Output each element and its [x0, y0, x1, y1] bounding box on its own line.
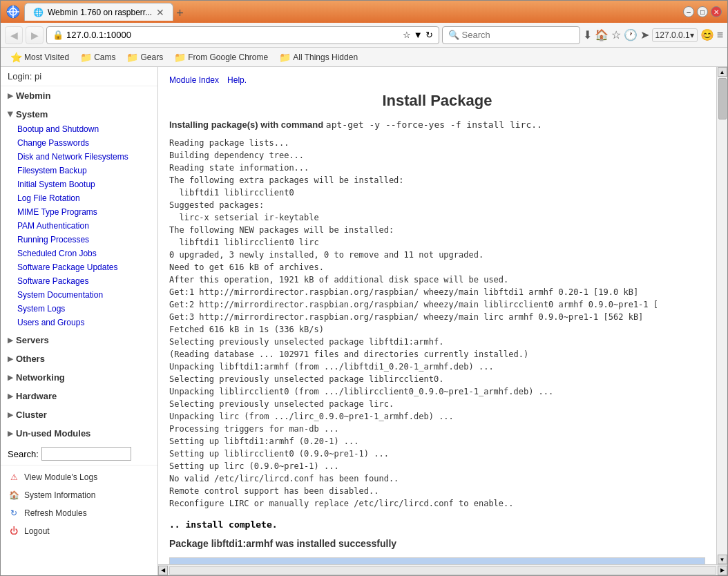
scroll-left-arrow[interactable]: ◀ [158, 566, 168, 575]
sidebar-group-webmin[interactable]: ▶ Webmin [1, 88, 157, 104]
sidebar-item-cron[interactable]: Scheduled Cron Jobs [1, 247, 157, 260]
most-visited-label: Most Visited [24, 52, 69, 62]
system-triangle-icon: ▶ [7, 112, 15, 117]
sidebar-group-cluster[interactable]: ▶ Cluster [1, 407, 157, 423]
hardware-triangle-icon: ▶ [8, 392, 13, 400]
tab-bar: 🌐 Webmin 1.760 on raspberr... ✕ + [24, 3, 683, 21]
most-visited-icon: ⭐ [10, 52, 22, 63]
bookmark-from-google-chrome[interactable]: 📁 From Google Chrome [170, 50, 272, 64]
scroll-down-arrow[interactable]: ▼ [718, 555, 727, 564]
active-tab[interactable]: 🌐 Webmin 1.760 on raspberr... ✕ [24, 3, 173, 21]
sidebar-item-bootup[interactable]: Bootup and Shutdown [1, 122, 157, 136]
scroll-right-arrow[interactable]: ▶ [718, 566, 727, 575]
horizontal-scrollbar[interactable]: ◀ ▶ [158, 564, 727, 575]
sidebar: Login: pi ▶ Webmin ▶ System Bootup and S… [1, 67, 158, 575]
cluster-label: Cluster [16, 410, 47, 420]
module-index-link[interactable]: Module Index [169, 75, 219, 85]
sidebar-item-software-packages[interactable]: Software Packages [1, 274, 157, 288]
bookmark-cams[interactable]: 📁 Cams [76, 50, 119, 64]
history-button[interactable]: 🕐 [624, 28, 638, 41]
new-tab-button[interactable]: + [176, 6, 184, 21]
sidebar-group-unused[interactable]: ▶ Un-used Modules [1, 425, 157, 441]
download-button[interactable]: ⬇ [583, 28, 592, 41]
content-wrapper: Module Index Help. Install Package Insta… [158, 67, 727, 575]
tab-close-button[interactable]: ✕ [156, 7, 164, 18]
view-logs-label: View Module's Logs [24, 472, 97, 482]
tab-title: Webmin 1.760 on raspberr... [48, 8, 152, 17]
navbar: ◀ ▶ 🔒 127.0.0.1:10000 ☆ ▼ ↻ 🔍 ⬇ 🏠 ☆ 🕐 ➤ … [1, 23, 727, 48]
others-triangle-icon: ▶ [8, 355, 13, 363]
sidebar-section-hardware: ▶ Hardware [1, 387, 157, 405]
sidebar-item-pam[interactable]: PAM Authentication [1, 219, 157, 233]
send-button[interactable]: ➤ [640, 28, 649, 41]
sidebar-item-disk-network[interactable]: Disk and Network Filesystems [1, 150, 157, 164]
sidebar-item-filesystem-backup[interactable]: Filesystem Backup [1, 164, 157, 177]
vertical-scrollbar[interactable]: ▲ ▼ [716, 67, 727, 564]
cams-icon: 📁 [80, 52, 92, 63]
sidebar-search-input[interactable] [41, 447, 131, 461]
forward-button[interactable]: ▶ [26, 26, 44, 44]
all-things-hidden-icon: 📁 [279, 52, 291, 63]
profile-button[interactable]: 😊 [700, 28, 714, 41]
sidebar-item-change-passwords[interactable]: Change Passwords [1, 136, 157, 150]
hardware-label: Hardware [16, 391, 57, 401]
sidebar-section-others: ▶ Others [1, 349, 157, 368]
command-prefix: Installing package(s) with command [169, 119, 323, 130]
sidebar-item-users-groups[interactable]: Users and Groups [1, 316, 157, 329]
networking-triangle-icon: ▶ [8, 374, 13, 381]
sidebar-item-software-updates[interactable]: Software Package Updates [1, 260, 157, 274]
scroll-up-arrow[interactable]: ▲ [718, 67, 727, 77]
help-link[interactable]: Help. [227, 75, 247, 85]
success-message: Package libftdi1:armhf was installed suc… [169, 538, 705, 549]
starred-button[interactable]: ☆ [611, 28, 621, 41]
bookmark-star-icon[interactable]: ☆ [403, 30, 411, 40]
minimize-button[interactable]: – [683, 6, 694, 17]
sidebar-search-area: Search: [1, 443, 157, 465]
bookmark-most-visited[interactable]: ⭐ Most Visited [6, 50, 73, 64]
system-info-action[interactable]: 🏠 System Information [1, 486, 157, 504]
sidebar-group-servers[interactable]: ▶ Servers [1, 332, 157, 348]
close-button[interactable]: ✕ [711, 6, 722, 17]
bookmark-all-things-hidden[interactable]: 📁 All Things Hidden [275, 50, 362, 64]
address-icons: ☆ ▼ ↻ [403, 30, 433, 40]
logout-label: Logout [24, 526, 50, 536]
search-bar: 🔍 [442, 26, 580, 44]
sidebar-item-log-file[interactable]: Log File Rotation [1, 191, 157, 205]
sidebar-item-system-logs[interactable]: System Logs [1, 302, 157, 316]
sidebar-section-unused: ▶ Un-used Modules [1, 424, 157, 443]
scroll-thumb[interactable] [718, 78, 727, 119]
search-input[interactable] [462, 30, 578, 40]
content-area: Module Index Help. Install Package Insta… [158, 67, 716, 564]
ip-display[interactable]: 127.0.0.1▾ [652, 28, 698, 42]
main-area: Login: pi ▶ Webmin ▶ System Bootup and S… [1, 67, 727, 575]
reload-button[interactable]: ↻ [425, 30, 433, 40]
menu-button[interactable]: ≡ [717, 29, 723, 41]
webmin-label: Webmin [16, 90, 50, 101]
sidebar-item-mime[interactable]: MIME Type Programs [1, 205, 157, 219]
home-button[interactable]: 🏠 [595, 28, 609, 41]
view-logs-action[interactable]: ⚠ View Module's Logs [1, 468, 157, 486]
sidebar-group-others[interactable]: ▶ Others [1, 351, 157, 367]
titlebar: 🌐 Webmin 1.760 on raspberr... ✕ + – □ ✕ [1, 1, 727, 23]
sidebar-group-system[interactable]: ▶ System [1, 106, 157, 122]
sidebar-group-hardware[interactable]: ▶ Hardware [1, 388, 157, 404]
sidebar-login: Login: pi [1, 67, 157, 86]
refresh-modules-action[interactable]: ↻ Refresh Modules [1, 504, 157, 522]
servers-label: Servers [16, 335, 49, 345]
sidebar-item-running-processes[interactable]: Running Processes [1, 233, 157, 247]
logout-action[interactable]: ⏻ Logout [1, 522, 157, 540]
cluster-triangle-icon: ▶ [8, 411, 13, 419]
sidebar-group-networking[interactable]: ▶ Networking [1, 369, 157, 385]
sidebar-item-initial-system[interactable]: Initial System Bootup [1, 177, 157, 191]
refresh-modules-label: Refresh Modules [24, 508, 87, 518]
cams-label: Cams [94, 52, 115, 62]
home-icon: 🏠 [8, 489, 20, 501]
sidebar-item-system-docs[interactable]: System Documentation [1, 288, 157, 302]
install-complete: .. install complete. [169, 519, 705, 530]
address-text[interactable]: 127.0.0.1:10000 [66, 30, 400, 40]
lock-icon: 🔒 [52, 30, 64, 40]
maximize-button[interactable]: □ [697, 6, 708, 17]
back-button[interactable]: ◀ [5, 26, 23, 44]
bookmarks-bar: ⭐ Most Visited 📁 Cams 📁 Gears 📁 From Goo… [1, 48, 727, 67]
bookmark-gears[interactable]: 📁 Gears [122, 50, 167, 64]
